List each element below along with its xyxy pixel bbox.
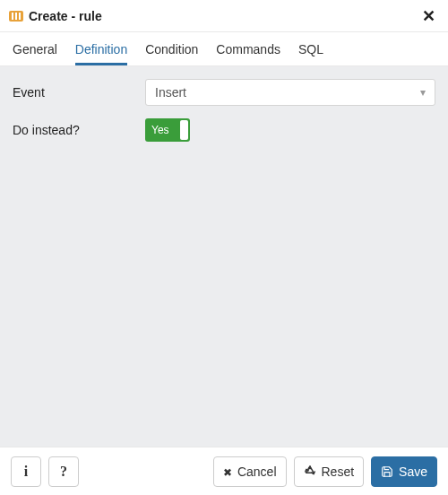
tab-bar: General Definition Condition Commands SQ… [0,32,448,66]
dialog-body: Event Insert ▾ Do instead? Yes [0,66,448,447]
info-button[interactable] [11,456,41,487]
do-instead-toggle[interactable]: Yes [145,118,190,142]
tab-general[interactable]: General [13,35,57,65]
event-label: Event [13,85,145,100]
row-event: Event Insert ▾ [13,79,435,106]
tab-condition[interactable]: Condition [145,35,198,65]
x-icon [223,465,232,479]
recycle-icon [304,465,316,478]
row-do-instead: Do instead? Yes [13,118,435,142]
tab-definition[interactable]: Definition [75,35,127,65]
rule-icon [9,11,23,22]
cancel-label: Cancel [237,465,277,479]
create-rule-dialog: Create - rule ✕ General Definition Condi… [0,0,448,495]
reset-button[interactable]: Reset [294,456,365,487]
question-icon [60,464,67,480]
do-instead-label: Do instead? [13,123,145,137]
info-icon [24,464,28,480]
save-label: Save [399,465,427,479]
reset-label: Reset [322,465,355,479]
svg-rect-1 [12,13,13,20]
tab-sql[interactable]: SQL [298,35,323,65]
close-icon[interactable]: ✕ [418,6,439,26]
dialog-header: Create - rule ✕ [0,0,448,32]
cancel-button[interactable]: Cancel [213,456,287,487]
dialog-title: Create - rule [29,9,102,23]
toggle-thumb [180,120,188,140]
save-button[interactable]: Save [371,456,437,487]
dialog-footer: Cancel Reset [0,447,448,495]
save-icon [381,465,393,478]
header-left: Create - rule [9,9,102,23]
svg-rect-3 [19,13,21,20]
svg-rect-2 [15,13,17,20]
tab-commands[interactable]: Commands [216,35,280,65]
event-select-value: Insert [155,85,186,100]
chevron-down-icon: ▾ [420,86,426,99]
help-button[interactable] [48,456,79,487]
toggle-text: Yes [151,124,169,136]
event-select[interactable]: Insert ▾ [145,79,435,106]
